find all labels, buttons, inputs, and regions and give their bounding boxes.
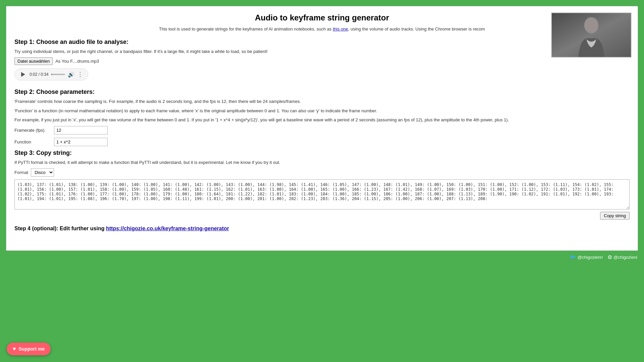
step2-desc1: 'Framerate' controls how coarse the samp… [14,98,630,105]
framerate-label: Framerate (fps) [14,128,51,133]
function-input[interactable] [54,138,108,146]
heart-icon: ♥ [13,346,16,352]
video-placeholder [552,13,631,57]
framerate-row: Framerate (fps) [14,126,630,134]
play-button[interactable] [19,71,27,78]
volume-icon[interactable]: 🔊 [68,71,74,78]
audio-player: 0:02 / 0:34 🔊 ⋮ [14,68,88,80]
step4-text: Step 4 (optional): Edit further using ht… [14,226,630,232]
step3-desc: If PyTTI format is checked, it will atte… [14,159,630,166]
main-container: Audio to keyframe string generator This … [6,6,638,251]
twitter-handle: @chigozienri [578,255,603,260]
step4-link[interactable]: https://chigozie.co.uk/keyframe-string-g… [106,226,229,231]
format-row: Format Disco PyTTI [14,168,630,177]
twitter-icon: 🐦 [570,254,576,260]
function-label: Function [14,139,51,144]
file-name: As You F....drums.mp3 [55,59,99,64]
file-choose-button[interactable]: Datei auswählen [14,57,53,65]
step4-label: Step 4 (optional): Edit further using [14,226,106,231]
video-thumbnail [551,12,632,58]
progress-bar-fill [51,74,52,75]
function-row: Function [14,138,630,146]
intro-text: This tool is used to generate strings fo… [14,26,630,33]
copy-string-button[interactable]: Copy string [600,212,630,220]
output-textarea[interactable] [14,179,630,209]
audio-time: 0:02 / 0:34 [30,72,49,77]
more-options-icon[interactable]: ⋮ [77,71,83,78]
step3-heading: Step 3: Copy string: [14,149,630,157]
step2-heading: Step 2: Choose parameters: [14,88,630,96]
format-label: Format [14,170,28,175]
file-row: Datei auswählen As You F....drums.mp3 [14,57,630,65]
this-one-link[interactable]: this one [333,26,348,32]
twitter-link[interactable]: 🐦 @chigozienri [570,254,603,260]
step1-heading: Step 1: Choose an audio file to analyse: [14,39,630,46]
support-label: Support me [19,346,45,352]
support-button[interactable]: ♥ Support me [7,343,51,355]
footer-bar: 🐦 @chigozienri ⚙ @chigozieni [0,251,644,264]
step1-desc: Try using individual stems, or just the … [14,48,630,55]
page-title: Audio to keyframe string generator [14,13,630,22]
step2-desc3: For example, if you just put in 'x', you… [14,117,630,123]
progress-bar[interactable] [51,74,65,75]
github-link[interactable]: ⚙ @chigozieni [607,254,637,260]
output-textarea-wrap [14,179,630,210]
github-handle: @chigozieni [613,255,637,260]
format-select[interactable]: Disco PyTTI [31,168,54,177]
svg-point-3 [585,18,598,33]
framerate-input[interactable] [54,126,108,134]
play-icon [21,72,25,77]
copy-btn-wrap: Copy string [14,212,630,220]
github-icon: ⚙ [607,254,612,260]
step2-desc2: 'Function' is a function (in normal math… [14,108,630,114]
